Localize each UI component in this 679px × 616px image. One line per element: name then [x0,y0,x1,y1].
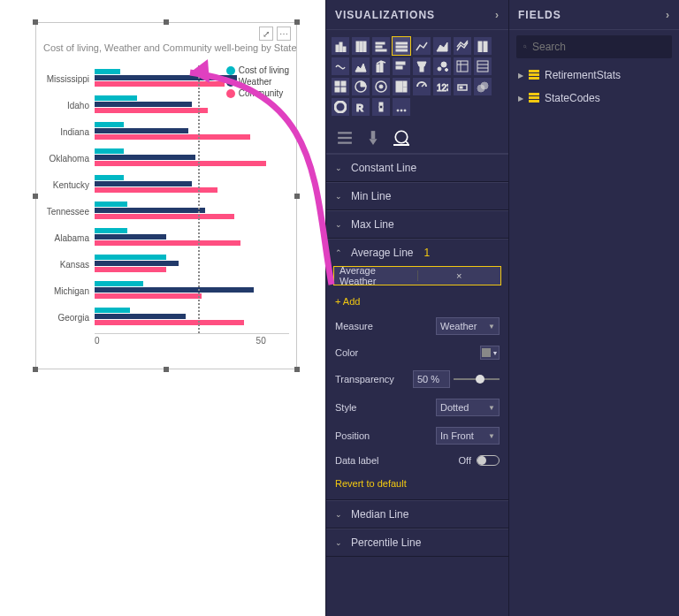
datalabel-toggle[interactable] [477,455,500,466]
analytics-tab-icon[interactable] [393,130,409,146]
visual-type-icon[interactable] [413,57,431,75]
visual-type-icon[interactable] [372,37,390,55]
style-dropdown[interactable]: Dotted▼ [436,399,500,416]
report-canvas[interactable]: ⤢ ⋯ Cost of living, Weather and Communit… [0,0,325,616]
bar[interactable] [95,202,127,207]
add-line-button[interactable]: + Add [326,291,508,312]
bar[interactable] [95,155,195,160]
visual-type-icon[interactable] [474,37,492,55]
bar[interactable] [95,255,166,260]
bar[interactable] [95,102,192,107]
visual-type-icon[interactable] [393,78,410,95]
revert-to-default[interactable]: Revert to default [326,471,508,499]
visual-type-icon[interactable] [474,57,492,75]
field-table[interactable]: ▶RetirementStats [509,64,679,87]
bar[interactable] [95,240,240,246]
bar[interactable] [95,122,124,127]
focus-mode-icon[interactable]: ⤢ [259,27,273,41]
bar[interactable] [95,320,244,325]
visual-type-icon[interactable] [332,78,349,95]
bar[interactable] [95,208,205,213]
visualizations-header[interactable]: VISUALIZATIONS › [326,0,508,30]
resize-handle[interactable] [33,19,38,25]
visual-type-icon[interactable]: R [352,98,370,116]
bar[interactable] [95,128,188,133]
bar[interactable] [95,181,192,186]
bar[interactable] [95,293,202,299]
visual-type-icon[interactable] [393,98,410,116]
chart-visual[interactable]: ⤢ ⋯ Cost of living, Weather and Communit… [35,22,297,369]
average-line-card[interactable]: ⌃ Average Line 1 [326,240,508,266]
fields-search[interactable] [516,35,672,58]
bar[interactable] [95,214,234,219]
visual-type-icon[interactable] [433,37,451,55]
visual-type-icon[interactable] [413,37,431,55]
bar[interactable] [95,287,254,293]
chevron-down-icon: ⌄ [335,510,344,519]
resize-handle[interactable] [294,19,300,25]
percentile-line-card[interactable]: ⌄Percentile Line [326,529,508,556]
bar[interactable] [95,261,179,266]
bar[interactable] [95,281,143,286]
resize-handle[interactable] [164,367,169,372]
bar[interactable] [95,108,208,113]
resize-handle[interactable] [33,367,38,372]
more-options-icon[interactable]: ⋯ [277,27,291,41]
visual-type-icon[interactable] [332,98,349,116]
bar[interactable] [95,81,225,87]
format-tab-icon[interactable] [365,130,381,146]
min-line-card[interactable]: ⌄Min Line [326,183,508,209]
svg-rect-25 [477,61,488,72]
constant-line-card[interactable]: ⌄Constant Line [326,155,508,181]
bar[interactable] [95,161,266,166]
bar[interactable] [95,314,186,319]
visual-type-icon[interactable] [352,78,370,95]
visual-type-icon[interactable] [372,98,390,116]
fields-header[interactable]: FIELDS › [509,0,679,30]
visual-type-icon[interactable] [372,78,390,95]
field-table[interactable]: ▶StateCodes [509,87,679,110]
visual-type-icon[interactable] [413,78,431,95]
max-line-card[interactable]: ⌄Max Line [326,211,508,238]
visual-type-icon[interactable]: 123 [433,78,451,95]
bar-group [95,69,289,87]
resize-handle[interactable] [164,19,169,25]
bar[interactable] [95,234,166,240]
bar[interactable] [95,148,124,154]
visual-type-icon[interactable] [372,57,390,75]
average-line-item[interactable]: Average Weather × [333,266,501,285]
bar[interactable] [95,75,237,80]
visual-type-icon[interactable] [332,57,349,75]
visual-type-icon[interactable] [454,78,471,95]
collapse-icon[interactable]: › [666,9,670,21]
remove-line-icon[interactable]: × [417,270,501,281]
fields-search-input[interactable] [532,41,665,53]
fields-tab-icon[interactable] [337,130,353,146]
average-line-name[interactable]: Average Weather [334,265,417,286]
measure-dropdown[interactable]: Weather▼ [436,317,500,335]
bar[interactable] [95,175,124,180]
color-picker[interactable]: ▼ [480,346,500,360]
visual-type-icon[interactable] [393,37,410,55]
median-line-card[interactable]: ⌄Median Line [326,501,508,528]
transparency-input[interactable]: 50 % [413,370,450,388]
visual-type-icon[interactable] [433,57,451,75]
bar[interactable] [95,267,166,272]
visual-type-icon[interactable] [393,57,410,75]
transparency-slider[interactable] [454,378,500,380]
bar[interactable] [95,228,127,233]
visual-type-icon[interactable] [332,37,349,55]
collapse-icon[interactable]: › [495,9,500,21]
visual-type-icon[interactable] [454,57,471,75]
bar[interactable] [95,69,120,74]
visual-type-icon[interactable] [352,37,370,55]
bar[interactable] [95,134,250,140]
resize-handle[interactable] [294,367,300,372]
visual-type-icon[interactable] [454,37,471,55]
visual-type-icon[interactable] [352,57,370,75]
bar[interactable] [95,308,130,313]
visual-type-icon[interactable] [474,78,492,95]
bar[interactable] [95,95,137,101]
category-label: Oklahoma [36,154,93,164]
position-dropdown[interactable]: In Front▼ [436,427,500,445]
